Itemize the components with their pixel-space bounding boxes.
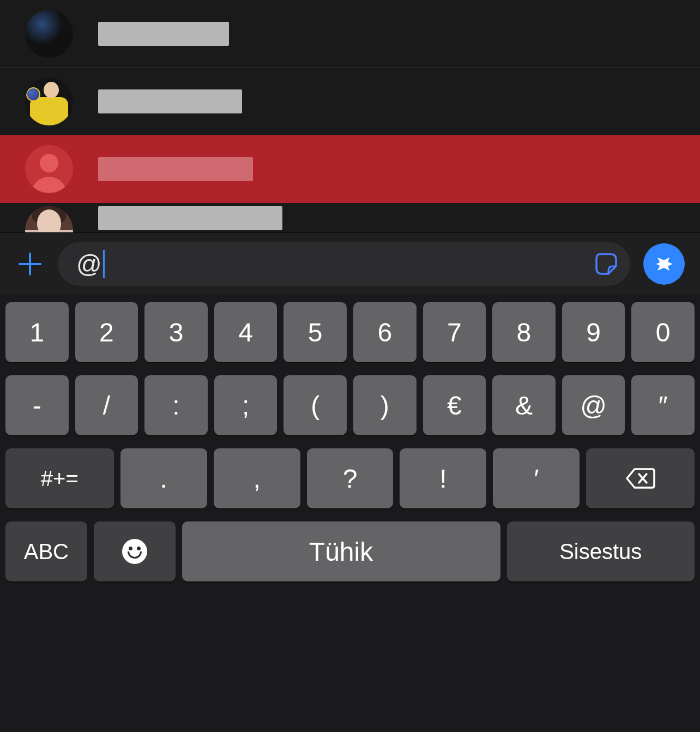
key-colon[interactable]: : (144, 375, 208, 435)
avatar (25, 10, 73, 58)
plus-icon (17, 251, 43, 277)
key-3[interactable]: 3 (144, 302, 208, 362)
key-question[interactable]: ? (307, 448, 394, 508)
mention-item[interactable] (0, 203, 700, 232)
mention-name-redacted (98, 22, 229, 46)
key-comma[interactable]: , (214, 448, 300, 508)
mention-item-selected[interactable] (0, 135, 700, 203)
mention-name-redacted (98, 89, 242, 113)
key-exclaim[interactable]: ! (400, 448, 486, 508)
attach-button[interactable] (15, 249, 45, 279)
keyboard-row-3: #+= . , ? ! ′ (4, 448, 696, 508)
key-7[interactable]: 7 (423, 302, 486, 362)
sticker-button[interactable] (593, 251, 619, 277)
message-input-bar: @ (0, 232, 700, 295)
key-abc[interactable]: ABC (5, 521, 87, 581)
key-8[interactable]: 8 (492, 302, 556, 362)
message-input-value: @ (76, 249, 105, 279)
keyboard-row-2: - / : ; ( ) € & @ ″ (4, 375, 696, 435)
mention-name-redacted (98, 157, 253, 181)
mention-item[interactable] (0, 0, 700, 68)
sticker-icon (594, 252, 618, 276)
mention-suggestion-list (0, 0, 700, 232)
avatar-placeholder (25, 145, 73, 193)
message-input[interactable]: @ (58, 242, 630, 286)
backspace-icon (625, 467, 656, 490)
key-paren-close[interactable]: ) (353, 375, 417, 435)
key-more-symbols[interactable]: #+= (5, 448, 114, 508)
key-euro[interactable]: € (423, 375, 486, 435)
key-double-prime[interactable]: ″ (631, 375, 695, 435)
key-emoji[interactable] (94, 521, 176, 581)
key-backspace[interactable] (586, 448, 695, 508)
key-0[interactable]: 0 (631, 302, 695, 362)
key-ampersand[interactable]: & (492, 375, 556, 435)
key-space[interactable]: Tühik (182, 521, 500, 581)
avatar (25, 77, 73, 125)
onscreen-keyboard: 1 2 3 4 5 6 7 8 9 0 - / : ; ( ) € & @ ″ … (0, 295, 700, 732)
send-icon (653, 253, 675, 275)
keyboard-row-1: 1 2 3 4 5 6 7 8 9 0 (4, 302, 696, 362)
mention-item[interactable] (0, 68, 700, 135)
text-caret (103, 250, 105, 278)
mention-name-redacted (98, 206, 282, 230)
keyboard-row-4: ABC Tühik Sisestus (4, 521, 696, 581)
avatar (25, 206, 73, 232)
key-period[interactable]: . (120, 448, 207, 508)
key-dash[interactable]: - (5, 375, 69, 435)
key-2[interactable]: 2 (75, 302, 138, 362)
key-at[interactable]: @ (562, 375, 625, 435)
key-paren-open[interactable]: ( (283, 375, 347, 435)
key-prime[interactable]: ′ (493, 448, 580, 508)
key-6[interactable]: 6 (353, 302, 417, 362)
key-4[interactable]: 4 (214, 302, 277, 362)
key-semicolon[interactable]: ; (214, 375, 277, 435)
key-9[interactable]: 9 (562, 302, 625, 362)
key-1[interactable]: 1 (5, 302, 69, 362)
key-5[interactable]: 5 (283, 302, 347, 362)
send-button[interactable] (643, 243, 685, 285)
key-slash[interactable]: / (75, 375, 138, 435)
key-enter[interactable]: Sisestus (507, 521, 695, 581)
emoji-icon (122, 539, 147, 564)
